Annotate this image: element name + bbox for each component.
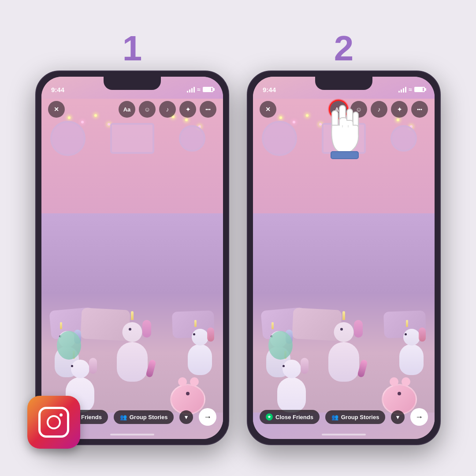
phone2-close-friends-label: Close Friends [275,414,313,420]
phone1-section: 1 [35,31,229,445]
step2-number: 2 [334,31,354,66]
phone2-screen: 9:44 ≈ [253,77,435,439]
phone1-close-btn[interactable]: ✕ [48,101,65,118]
instagram-dot [60,413,63,416]
phone2-battery-icon [414,87,425,92]
wall-circle-2 [179,125,205,152]
wall-circle-1 [50,121,86,156]
phone2-next-btn[interactable]: → [410,408,428,426]
phone1-chevron-btn[interactable]: ▾ [179,410,193,424]
instagram-inner [38,407,69,438]
phone2-music-btn[interactable]: ♪ [371,101,387,118]
phone2-battery-fill [415,88,423,91]
fairy-light-5 [185,119,188,121]
teal-balloon [57,331,81,360]
wall-frame [110,123,154,154]
phone1-next-btn[interactable]: → [199,408,216,426]
phone2-chevron-icon: ▾ [396,414,399,420]
instagram-logo [27,396,80,449]
phone1-chevron-icon: ▾ [185,414,188,420]
phone1-battery-icon [203,87,213,92]
phone1-toolbar-right: Aa ☺ ♪ ✦ ••• [119,101,216,118]
phone2-toolbar-right: Aa ☺ ♪ ✦ ••• [330,101,428,118]
step1-number: 1 [123,31,142,66]
wall-circle-2-2 [390,125,417,152]
teal-balloon-2 [268,331,293,360]
phone1-emoji-btn[interactable]: ☺ [139,101,156,118]
phone2-close-friends-btn[interactable]: Close Friends [260,410,320,424]
phone2-frame: 9:44 ≈ [247,71,441,445]
main-container: 1 [0,18,476,458]
fairy-light-2-5 [397,119,399,121]
phone1-home-indicator [110,434,154,435]
phone2-time: 9:44 [263,86,276,93]
phone2-home-indicator [322,434,366,435]
phone1-signal [187,87,195,93]
signal2-bar-1 [398,91,400,93]
phone2-status-icons: ≈ [398,86,425,93]
phone1-group-stories-btn[interactable]: 👥 Group Stories [114,410,174,424]
phone2-toolbar: ✕ Aa ☺ ♪ ✦ ••• [253,101,435,118]
signal-bar-2 [189,89,190,93]
phone2-group-icon: 👥 [331,414,338,420]
phone2-chevron-btn[interactable]: ▾ [391,410,405,424]
phone1-status-icons: ≈ [187,86,213,93]
phone2-notch [315,77,372,90]
phone1-time: 9:44 [51,86,64,93]
phone2-scene [253,77,435,439]
star-icon-2 [267,415,271,419]
signal2-bar-4 [405,87,406,93]
phone2-signal [398,87,406,93]
phone1-next-icon: → [204,413,212,422]
phone1-battery-fill [204,88,211,91]
signal2-bar-2 [401,89,402,93]
unicorn-center-2 [328,342,359,382]
phone2-emoji-btn[interactable]: ☺ [350,101,367,118]
phone1-wifi-icon: ≈ [197,86,201,93]
signal2-bar-3 [403,88,404,93]
phone1-effects-btn[interactable]: ✦ [179,101,196,118]
fairy-light-2 [81,121,84,123]
instagram-circle [47,415,61,429]
signal-bar-3 [191,88,193,93]
phone1-more-btn[interactable]: ••• [200,101,216,118]
phone1-screen: 9:44 ≈ [41,77,223,439]
phone2-close-btn[interactable]: ✕ [260,101,276,118]
unicorn-right-2 [399,344,424,375]
phone1-group-icon: 👥 [120,414,127,420]
phone1-toolbar: ✕ Aa ☺ ♪ ✦ ••• [41,101,223,118]
phone2-more-btn[interactable]: ••• [411,101,428,118]
phone2-group-stories-label: Group Stories [341,414,379,420]
phone1-scene [41,77,223,439]
phone1-frame: 9:44 ≈ [35,71,229,445]
fairy-light-2-2 [293,121,295,123]
unicorn-front-2 [277,377,306,413]
phone2-close-friends-icon [266,413,273,420]
phone2-effects-btn[interactable]: ✦ [391,101,408,118]
unicorn-center [117,342,148,382]
phone1-notch [104,77,161,90]
wall-frame-2 [322,123,366,154]
phone2-text-btn[interactable]: Aa [330,101,347,118]
signal-bar-1 [187,91,188,93]
wall-circle-2-1 [262,121,297,156]
phone1-music-btn[interactable]: ♪ [159,101,176,118]
unicorn-right [188,344,212,375]
phone2-bottom-bar: Close Friends 👥 Group Stories ▾ → [260,408,428,426]
phone2-section: 2 [247,31,441,445]
phone1-group-stories-label: Group Stories [130,414,168,420]
phone2-group-stories-btn[interactable]: 👥 Group Stories [325,410,386,424]
phone2-next-icon: → [415,413,423,422]
phone1-text-btn[interactable]: Aa [119,101,135,118]
signal-bar-4 [193,87,195,93]
phone2-wifi-icon: ≈ [409,86,412,93]
